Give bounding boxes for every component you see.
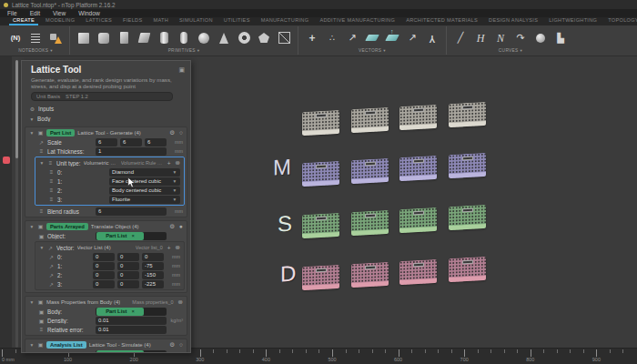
chevron-down-icon[interactable]: ▾ [29, 299, 35, 305]
tab-design-analysis[interactable]: DESIGN ANALYSIS [485, 17, 541, 25]
list-icon[interactable] [28, 31, 43, 46]
unit-type-select-2[interactable]: Body centered cubic ▾ [109, 187, 180, 195]
scale-z-field[interactable]: 6 [145, 138, 167, 147]
box-rounded-icon[interactable] [96, 31, 111, 46]
remove-reference-icon[interactable]: × [131, 308, 134, 316]
body-row[interactable]: ▾ Body [22, 114, 190, 124]
visibility-toggle-icon[interactable]: ○ [179, 129, 183, 136]
vector-y-field[interactable]: 0 [117, 253, 139, 261]
chevron-down-icon[interactable]: ▾ [39, 160, 45, 166]
gear-icon[interactable]: ⚙ [169, 341, 175, 349]
remove-icon[interactable]: ⊗ [178, 298, 183, 306]
vector-header[interactable]: ▾ ↗ Vector: Vector List (4) Vector list_… [35, 243, 184, 252]
part-list-reference-chip[interactable]: Part List × [96, 308, 144, 316]
gear-icon[interactable]: ⚙ [169, 223, 175, 230]
scale-x-field[interactable]: 6 [96, 138, 117, 147]
analysis-body-field[interactable]: Part List × [96, 350, 167, 354]
lattice-part[interactable] [399, 259, 437, 285]
lattice-part[interactable] [351, 158, 389, 184]
add-icon[interactable]: + [167, 160, 171, 167]
menu-file[interactable]: File [7, 10, 17, 16]
visibility-toggle-icon[interactable]: ○ [179, 341, 183, 348]
tab-additive-manufacturing[interactable]: ADDITIVE MANUFACTURING [316, 17, 399, 25]
analysis-list-chip[interactable]: Analysis List [46, 341, 86, 349]
part-list-reference-chip[interactable]: Part List × [96, 232, 144, 240]
relative-error-field[interactable]: 0.01 [96, 326, 167, 334]
lattice-part[interactable] [302, 213, 339, 238]
arrow-icon[interactable]: ↗ [345, 31, 359, 46]
mass-properties-section-header[interactable]: ▾ ▣ Mass Properties from Body (4) Mass p… [25, 297, 187, 307]
scale-y-field[interactable]: 6 [120, 138, 142, 147]
lattice-part[interactable] [302, 161, 339, 187]
remove-reference-icon[interactable]: × [131, 232, 134, 240]
menu-view[interactable]: View [53, 10, 66, 16]
vector-y-field[interactable]: 0 [117, 280, 139, 288]
point-icon[interactable]: + [305, 31, 319, 46]
part-list-section-header[interactable]: ▾ ▣ Part List Lattice Tool - Generate (4… [25, 127, 187, 137]
gear-icon[interactable]: ⚙ [169, 129, 175, 136]
vector-z-field[interactable]: -75 [142, 262, 164, 270]
vector-x-field[interactable]: 0 [93, 262, 115, 270]
panel-scrollbar[interactable] [15, 60, 18, 348]
lattice-part[interactable] [351, 107, 389, 133]
visibility-toggle-icon[interactable]: ● [179, 223, 183, 229]
tab-modeling[interactable]: MODELING [42, 17, 78, 25]
ntop-logo-icon[interactable]: (N) [8, 31, 23, 46]
tab-topology-optimization[interactable]: TOPOLOGY OPTIMIZATION [604, 17, 637, 25]
object-field[interactable]: Part List × [96, 232, 167, 241]
tab-lightweighting[interactable]: LIGHTWEIGHTING [545, 17, 601, 25]
lattice-part[interactable] [302, 265, 339, 290]
axes-icon[interactable]: Y [425, 31, 440, 46]
lattice-part[interactable] [399, 156, 437, 181]
spline-n-icon[interactable]: N [493, 31, 508, 46]
chevron-down-icon[interactable]: ▾ [39, 245, 45, 250]
mass-body-field[interactable]: Part List × [96, 308, 167, 317]
unit-type-select-0[interactable]: Diamond ▾ [109, 168, 180, 177]
lattice-part[interactable] [302, 110, 339, 136]
vector-z-field[interactable]: 0 [142, 253, 164, 261]
cylinder-icon[interactable] [157, 31, 171, 46]
menu-edit[interactable]: Edit [30, 10, 40, 16]
polygon-icon[interactable] [257, 31, 271, 46]
cone-icon[interactable] [217, 31, 231, 46]
vector-x-field[interactable]: 0 [93, 280, 115, 288]
unit-type-select-1[interactable]: Face centered cubic ▾ [109, 177, 180, 186]
lat-thickness-field[interactable]: 1 [96, 147, 167, 156]
tab-lattices[interactable]: LATTICES [82, 17, 116, 25]
red-swatch-icon[interactable] [3, 157, 10, 164]
sphere-small-icon[interactable] [533, 31, 548, 46]
menu-window[interactable]: Window [78, 10, 99, 16]
panel-menu-icon[interactable]: ▣ [178, 66, 185, 74]
lattice-part[interactable] [351, 210, 389, 236]
vector-x-field[interactable]: 0 [93, 271, 115, 279]
tab-simulation[interactable]: SIMULATION [176, 17, 217, 25]
tab-utilities[interactable]: UTILITIES [220, 17, 254, 25]
line-icon[interactable]: ╱ [453, 31, 468, 46]
sheared-box-icon[interactable] [136, 31, 151, 46]
parts-arrayed-chip[interactable]: Parts Arrayed [46, 223, 88, 231]
double-arrow-icon[interactable]: ↗ [405, 31, 420, 46]
tab-manufacturing[interactable]: MANUFACTURING [258, 17, 313, 25]
spline-h-icon[interactable]: H [473, 31, 488, 46]
analysis-list-section-header[interactable]: ▾ ▣ Analysis List Lattice Tool - Simulat… [25, 339, 187, 349]
blend-radius-field[interactable]: 6 [96, 207, 167, 216]
part-list-chip[interactable]: Part List [46, 129, 75, 137]
tab-create[interactable]: CREATE [9, 17, 38, 25]
corner-icon[interactable]: ▙ [553, 31, 568, 46]
block-icon[interactable] [116, 31, 131, 46]
density-field[interactable]: 0.01 [96, 317, 167, 325]
remove-reference-icon[interactable]: × [131, 350, 134, 353]
lattice-part[interactable] [449, 257, 486, 282]
vector-x-field[interactable]: 0 [93, 253, 115, 261]
torus-icon[interactable] [237, 31, 251, 46]
part-list-reference-chip[interactable]: Part List × [96, 350, 144, 353]
tab-fields[interactable]: FIELDS [119, 17, 146, 25]
plane-normal-icon[interactable] [385, 31, 399, 46]
inputs-row[interactable]: ⚙ Inputs [22, 104, 190, 114]
chevron-down-icon[interactable]: ▾ [29, 342, 35, 348]
tab-architected-materials[interactable]: ARCHITECTED MATERIALS [402, 17, 481, 25]
chevron-down-icon[interactable]: ▾ [29, 224, 35, 229]
box-icon[interactable] [76, 31, 91, 46]
panel-scrollbar-thumb[interactable] [15, 60, 18, 158]
lattice-part[interactable] [351, 262, 389, 288]
